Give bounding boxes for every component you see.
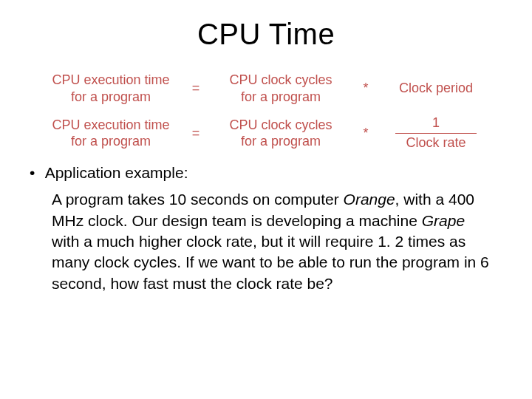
eq2-mid-line1: CPU clock cycles bbox=[222, 117, 340, 134]
eq1-mid-line1: CPU clock cycles bbox=[222, 72, 340, 89]
eq1-mid-line2: for a program bbox=[222, 89, 340, 106]
eq2-mid-line2: for a program bbox=[222, 133, 340, 150]
eq2-fraction: 1 Clock rate bbox=[395, 115, 477, 151]
page-title: CPU Time bbox=[30, 18, 502, 51]
eq1-lhs-line1: CPU execution time bbox=[52, 72, 170, 89]
bullet-label: Application example: bbox=[45, 164, 188, 181]
equation-block: CPU execution time for a program = CPU c… bbox=[52, 72, 480, 151]
bullet-application-example: • Application example: bbox=[30, 164, 502, 182]
eq2-lhs: CPU execution time for a program bbox=[52, 117, 170, 150]
eq1-rhs-text: Clock period bbox=[399, 81, 473, 95]
slide: CPU Time CPU execution time for a progra… bbox=[0, 0, 532, 399]
eq2-lhs-line1: CPU execution time bbox=[52, 117, 170, 134]
eq2-frac-den: Clock rate bbox=[395, 134, 477, 151]
eq2-lhs-line2: for a program bbox=[52, 133, 170, 150]
equation-1: CPU execution time for a program = CPU c… bbox=[52, 72, 480, 105]
body-italic-grape: Grape bbox=[422, 212, 465, 229]
eq1-equals: = bbox=[189, 81, 202, 96]
eq2-mid: CPU clock cycles for a program bbox=[222, 117, 340, 150]
bullet-icon: • bbox=[30, 164, 41, 182]
eq2-times: * bbox=[359, 126, 372, 141]
body-italic-orange: Orange bbox=[344, 191, 395, 208]
eq1-mid: CPU clock cycles for a program bbox=[222, 72, 340, 105]
body-p1a: A program takes 10 seconds on computer bbox=[52, 191, 344, 208]
eq2-equals: = bbox=[189, 126, 202, 141]
eq1-times: * bbox=[359, 81, 372, 96]
eq1-rhs: Clock period bbox=[392, 81, 480, 96]
eq1-lhs: CPU execution time for a program bbox=[52, 72, 170, 105]
eq1-lhs-line2: for a program bbox=[52, 89, 170, 106]
eq2-frac-num: 1 bbox=[395, 115, 477, 134]
eq2-rhs: 1 Clock rate bbox=[392, 115, 480, 151]
body-paragraph: A program takes 10 seconds on computer O… bbox=[52, 189, 495, 294]
equation-2: CPU execution time for a program = CPU c… bbox=[52, 115, 480, 151]
body-p1c: with a much higher clock rate, but it wi… bbox=[52, 233, 489, 292]
